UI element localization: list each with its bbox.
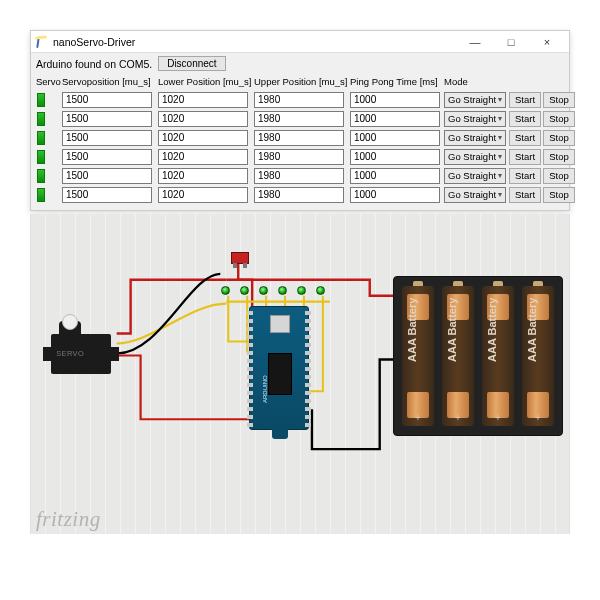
wire-yellow-servo bbox=[117, 304, 227, 344]
upper-position-input[interactable] bbox=[254, 187, 344, 203]
servo-motor: SERVO bbox=[51, 324, 121, 384]
servoposition-input[interactable] bbox=[62, 111, 152, 127]
ping-pong-time-input[interactable] bbox=[350, 130, 440, 146]
aaa-battery: AAA Battery + bbox=[482, 286, 514, 426]
lower-position-input[interactable] bbox=[158, 149, 248, 165]
ping-pong-time-input[interactable] bbox=[350, 92, 440, 108]
servo-status-led bbox=[37, 112, 45, 126]
fritzing-diagram: SERVO ARDUINO AAA Battery + AAA Battery … bbox=[30, 214, 570, 534]
stop-button[interactable]: Stop bbox=[543, 130, 575, 146]
table-header: Servo Servoposition [mu_s] Lower Positio… bbox=[36, 76, 564, 90]
col-lower: Lower Position [mu_s] bbox=[158, 76, 254, 90]
connector-switch bbox=[231, 252, 249, 264]
servoposition-input[interactable] bbox=[62, 149, 152, 165]
indicator-led bbox=[278, 286, 287, 295]
mode-select[interactable]: Go Straight▾ bbox=[444, 130, 506, 146]
ping-pong-time-input[interactable] bbox=[350, 168, 440, 184]
table-row: Go Straight▾StartStop bbox=[36, 109, 564, 128]
lower-position-input[interactable] bbox=[158, 187, 248, 203]
stop-button[interactable]: Stop bbox=[543, 149, 575, 165]
servoposition-input[interactable] bbox=[62, 92, 152, 108]
chevron-down-icon: ▾ bbox=[498, 152, 502, 161]
table-row: Go Straight▾StartStop bbox=[36, 90, 564, 109]
servo-status-led bbox=[37, 131, 45, 145]
start-button[interactable]: Start bbox=[509, 111, 541, 127]
table-row: Go Straight▾StartStop bbox=[36, 185, 564, 204]
stop-button[interactable]: Stop bbox=[543, 168, 575, 184]
wire-red-bottom bbox=[117, 355, 252, 419]
window-title: nanoServo-Driver bbox=[53, 36, 457, 48]
aaa-battery: AAA Battery + bbox=[522, 286, 554, 426]
servoposition-input[interactable] bbox=[62, 187, 152, 203]
aaa-battery: AAA Battery + bbox=[402, 286, 434, 426]
disconnect-button[interactable]: Disconnect bbox=[158, 56, 225, 71]
mode-select[interactable]: Go Straight▾ bbox=[444, 168, 506, 184]
chevron-down-icon: ▾ bbox=[498, 95, 502, 104]
servo-status-led bbox=[37, 188, 45, 202]
stop-button[interactable]: Stop bbox=[543, 111, 575, 127]
chevron-down-icon: ▾ bbox=[498, 114, 502, 123]
table-row: Go Straight▾StartStop bbox=[36, 147, 564, 166]
col-mode: Mode bbox=[444, 76, 508, 90]
upper-position-input[interactable] bbox=[254, 92, 344, 108]
table-row: Go Straight▾StartStop bbox=[36, 166, 564, 185]
stop-button[interactable]: Stop bbox=[543, 92, 575, 108]
chevron-down-icon: ▾ bbox=[498, 190, 502, 199]
servoposition-input[interactable] bbox=[62, 168, 152, 184]
minimize-button[interactable]: — bbox=[457, 32, 493, 52]
toolbar: Arduino found on COM5. Disconnect bbox=[31, 53, 569, 74]
start-button[interactable]: Start bbox=[509, 130, 541, 146]
start-button[interactable]: Start bbox=[509, 168, 541, 184]
upper-position-input[interactable] bbox=[254, 168, 344, 184]
col-stop bbox=[542, 82, 576, 85]
servo-status-led bbox=[37, 93, 45, 107]
tk-feather-icon bbox=[35, 36, 47, 48]
chevron-down-icon: ▾ bbox=[498, 171, 502, 180]
servoposition-input[interactable] bbox=[62, 130, 152, 146]
fritzing-watermark: fritzing bbox=[36, 507, 101, 532]
col-upper: Upper Position [mu_s] bbox=[254, 76, 350, 90]
mcu-chip-icon bbox=[268, 353, 292, 395]
indicator-led bbox=[221, 286, 230, 295]
connection-status: Arduino found on COM5. bbox=[36, 58, 152, 70]
servo-status-led bbox=[37, 150, 45, 164]
usb-port-icon bbox=[270, 315, 290, 333]
wire-black bbox=[312, 359, 394, 449]
col-start bbox=[508, 82, 542, 85]
lower-position-input[interactable] bbox=[158, 111, 248, 127]
mode-select[interactable]: Go Straight▾ bbox=[444, 187, 506, 203]
indicator-led bbox=[259, 286, 268, 295]
mode-select[interactable]: Go Straight▾ bbox=[444, 149, 506, 165]
servo-table: Servo Servoposition [mu_s] Lower Positio… bbox=[31, 74, 569, 210]
lower-position-input[interactable] bbox=[158, 168, 248, 184]
titlebar[interactable]: nanoServo-Driver — □ × bbox=[31, 31, 569, 53]
app-window: nanoServo-Driver — □ × Arduino found on … bbox=[30, 30, 570, 211]
close-button[interactable]: × bbox=[529, 32, 565, 52]
ping-pong-time-input[interactable] bbox=[350, 111, 440, 127]
indicator-led bbox=[316, 286, 325, 295]
start-button[interactable]: Start bbox=[509, 92, 541, 108]
arduino-nano: ARDUINO bbox=[249, 306, 309, 430]
mode-select[interactable]: Go Straight▾ bbox=[444, 111, 506, 127]
maximize-button[interactable]: □ bbox=[493, 32, 529, 52]
ping-pong-time-input[interactable] bbox=[350, 149, 440, 165]
indicator-led bbox=[297, 286, 306, 295]
upper-position-input[interactable] bbox=[254, 149, 344, 165]
indicator-led bbox=[240, 286, 249, 295]
upper-position-input[interactable] bbox=[254, 130, 344, 146]
mode-select[interactable]: Go Straight▾ bbox=[444, 92, 506, 108]
col-servoposition: Servoposition [mu_s] bbox=[62, 76, 158, 90]
lower-position-input[interactable] bbox=[158, 130, 248, 146]
ping-pong-time-input[interactable] bbox=[350, 187, 440, 203]
table-row: Go Straight▾StartStop bbox=[36, 128, 564, 147]
start-button[interactable]: Start bbox=[509, 187, 541, 203]
start-button[interactable]: Start bbox=[509, 149, 541, 165]
servo-status-led bbox=[37, 169, 45, 183]
upper-position-input[interactable] bbox=[254, 111, 344, 127]
aaa-battery: AAA Battery + bbox=[442, 286, 474, 426]
servo-label: SERVO bbox=[56, 349, 84, 358]
col-pingpong: Ping Pong Time [ms] bbox=[350, 76, 444, 90]
chevron-down-icon: ▾ bbox=[498, 133, 502, 142]
stop-button[interactable]: Stop bbox=[543, 187, 575, 203]
lower-position-input[interactable] bbox=[158, 92, 248, 108]
